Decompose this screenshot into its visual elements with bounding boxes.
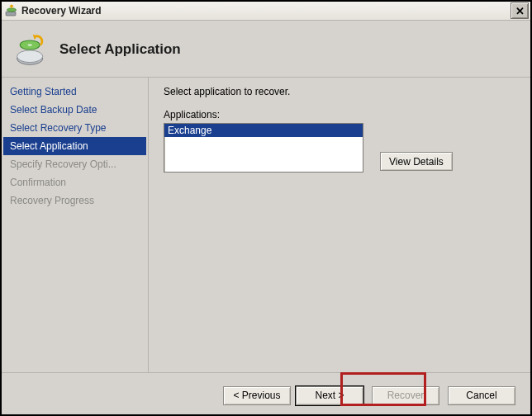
- svg-rect-0: [6, 12, 16, 16]
- wizard-footer: < Previous Next > Recover Cancel: [2, 372, 530, 416]
- applications-listbox[interactable]: Exchange: [164, 123, 363, 173]
- step-recovery-progress: Recovery Progress: [3, 191, 146, 210]
- content-pane: Select application to recover. Applicati…: [149, 78, 530, 372]
- step-confirmation: Confirmation: [3, 173, 146, 191]
- next-button[interactable]: Next >: [296, 386, 363, 405]
- titlebar: Recovery Wizard ✕: [2, 2, 530, 21]
- page-title: Select Application: [59, 41, 181, 58]
- wizard-body: Getting Started Select Backup Date Selec…: [2, 78, 530, 372]
- recovery-icon: [13, 31, 50, 68]
- step-getting-started[interactable]: Getting Started: [3, 83, 146, 101]
- recovery-wizard-window: Recovery Wizard ✕ Select Application Get…: [0, 0, 532, 416]
- window-title: Recovery Wizard: [21, 5, 511, 17]
- svg-point-5: [27, 44, 32, 46]
- view-details-button[interactable]: View Details: [380, 152, 453, 171]
- wizard-header: Select Application: [2, 21, 530, 78]
- close-icon: ✕: [515, 5, 525, 17]
- step-specify-recovery-options: Specify Recovery Opti...: [3, 155, 146, 173]
- step-select-recovery-type[interactable]: Select Recovery Type: [3, 119, 146, 137]
- step-sidebar: Getting Started Select Backup Date Selec…: [2, 78, 149, 372]
- step-select-backup-date[interactable]: Select Backup Date: [3, 101, 146, 119]
- app-item-exchange[interactable]: Exchange: [164, 124, 363, 137]
- instruction-text: Select application to recover.: [164, 86, 517, 97]
- step-select-application[interactable]: Select Application: [3, 137, 146, 155]
- previous-button[interactable]: < Previous: [223, 386, 291, 405]
- cancel-button[interactable]: Cancel: [448, 386, 515, 405]
- recover-button: Recover: [372, 386, 439, 405]
- close-button[interactable]: ✕: [511, 2, 529, 19]
- svg-point-1: [7, 8, 17, 12]
- applications-label: Applications:: [164, 109, 517, 121]
- app-icon: [5, 4, 18, 17]
- svg-point-3: [17, 50, 43, 63]
